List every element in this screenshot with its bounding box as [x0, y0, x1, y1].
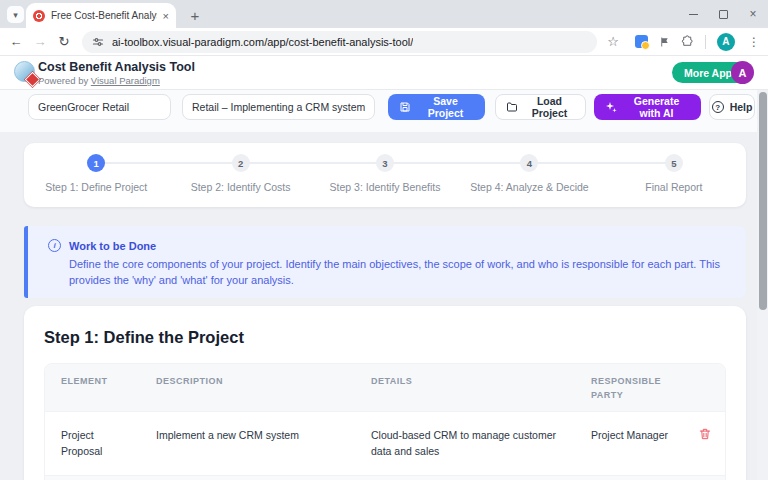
- scrollbar-thumb[interactable]: [759, 92, 767, 310]
- cell-description: Improve customer retention and sales: [140, 476, 355, 480]
- tab-title: Free Cost-Benefit Analysis Edito: [51, 10, 157, 21]
- browser-toolbar: ← → ↻ ai-toolbox.visual-paradigm.com/app…: [0, 28, 768, 56]
- section-heading: Step 1: Define the Project: [44, 328, 726, 347]
- cell-element: Project Proposal: [45, 412, 140, 475]
- column-header-description: Description: [140, 364, 355, 411]
- column-header-element: Element: [45, 364, 140, 411]
- step-5-final-report[interactable]: 5 Final Report: [602, 154, 746, 207]
- back-button[interactable]: ←: [4, 34, 28, 49]
- address-bar[interactable]: ai-toolbox.visual-paradigm.com/app/cost-…: [82, 31, 597, 53]
- define-project-table: Element Description Details Responsible …: [44, 363, 726, 480]
- column-header-responsible-party: Responsible Party: [575, 364, 685, 411]
- generate-with-ai-button[interactable]: Generate with AI: [594, 94, 701, 120]
- cell-party: Project Manager: [575, 412, 685, 475]
- callout-body: Define the core components of your proje…: [69, 257, 732, 289]
- window-minimize-button[interactable]: [678, 0, 708, 28]
- app-title: Cost Benefit Analysis Tool: [38, 60, 195, 74]
- bookmark-star-icon[interactable]: ☆: [607, 34, 619, 49]
- cell-details: Cloud-based CRM to manage customer data …: [355, 412, 575, 475]
- stepper: 1 Step 1: Define Project 2 Step 2: Ident…: [24, 143, 746, 207]
- url-text: ai-toolbox.visual-paradigm.com/app/cost-…: [112, 36, 413, 48]
- forward-button[interactable]: →: [28, 34, 52, 49]
- callout-title: Work to be Done: [69, 240, 156, 252]
- step-label: Final Report: [645, 181, 702, 193]
- toolbar-separator: [705, 35, 706, 49]
- cell-details: Increase retention by 15%, sales by: [355, 476, 575, 480]
- flag-extension-icon[interactable]: [659, 36, 670, 48]
- table-header-row: Element Description Details Responsible …: [45, 364, 725, 411]
- powered-by-text: Powered by Visual Paradigm: [38, 75, 160, 86]
- work-to-be-done-callout: i Work to be Done Define the core compon…: [24, 226, 746, 298]
- new-tab-button[interactable]: +: [184, 4, 206, 26]
- step-circle: 3: [376, 154, 394, 172]
- step-circle: 4: [520, 154, 538, 172]
- user-avatar[interactable]: A: [731, 61, 754, 84]
- help-icon: ?: [712, 101, 724, 113]
- step-label: Step 3: Identify Benefits: [330, 181, 441, 193]
- save-icon: [399, 101, 411, 113]
- visual-paradigm-logo-icon: [14, 61, 38, 85]
- page-content: Save Project Load Project Generate with …: [0, 90, 768, 480]
- cell-party: Sales and: [575, 476, 685, 480]
- tab-close-icon[interactable]: ×: [163, 10, 169, 22]
- app-header: Cost Benefit Analysis Tool Powered by Vi…: [0, 56, 768, 90]
- tab-list-button[interactable]: ▾: [7, 6, 24, 23]
- cell-description: Implement a new CRM system: [140, 412, 355, 475]
- visual-paradigm-link[interactable]: Visual Paradigm: [91, 75, 160, 86]
- extension-icon[interactable]: [635, 35, 648, 48]
- folder-icon: [506, 101, 518, 113]
- table-row: Objective Improve customer retention and…: [45, 475, 725, 480]
- project-name-input[interactable]: [28, 94, 171, 120]
- step-label: Step 4: Analyze & Decide: [470, 181, 589, 193]
- page-scrollbar[interactable]: [757, 90, 768, 480]
- browser-tab[interactable]: Free Cost-Benefit Analysis Edito ×: [26, 3, 176, 28]
- step-circle: 5: [665, 154, 683, 172]
- extensions-puzzle-icon[interactable]: [681, 35, 694, 48]
- step1-card: Step 1: Define the Project Element Descr…: [24, 306, 746, 480]
- maximize-icon: [719, 10, 728, 19]
- site-favicon-icon: [33, 10, 45, 22]
- project-description-input[interactable]: [182, 94, 375, 120]
- load-label: Load Project: [524, 95, 575, 119]
- window-close-button[interactable]: ×: [738, 0, 768, 28]
- site-settings-icon[interactable]: [92, 36, 104, 48]
- window-controls: ×: [678, 0, 768, 28]
- extensions-area: A ⋮: [635, 33, 768, 51]
- table-row: Project Proposal Implement a new CRM sys…: [45, 411, 725, 475]
- powered-prefix: Powered by: [38, 75, 91, 86]
- save-project-button[interactable]: Save Project: [388, 94, 485, 120]
- generate-label: Generate with AI: [623, 95, 690, 119]
- cell-element: Objective: [45, 476, 140, 480]
- chevron-down-icon: ▾: [13, 10, 18, 20]
- minimize-icon: [689, 14, 698, 15]
- sparkles-icon: [605, 101, 617, 113]
- step-circle: 2: [232, 154, 250, 172]
- reload-button[interactable]: ↻: [52, 34, 76, 49]
- step-circle: 1: [87, 154, 105, 172]
- load-project-button[interactable]: Load Project: [495, 94, 586, 120]
- help-label: Help: [730, 101, 753, 113]
- step-label: Step 2: Identify Costs: [191, 181, 291, 193]
- step-label: Step 1: Define Project: [45, 181, 147, 193]
- save-label: Save Project: [417, 95, 474, 119]
- browser-profile-avatar[interactable]: A: [717, 33, 735, 51]
- help-button[interactable]: ? Help: [709, 94, 755, 120]
- column-header-actions: [685, 364, 725, 411]
- delete-row-button[interactable]: [698, 427, 712, 475]
- window-maximize-button[interactable]: [708, 0, 738, 28]
- browser-menu-icon[interactable]: ⋮: [748, 35, 760, 49]
- info-icon: i: [48, 239, 61, 252]
- browser-tab-strip: ▾ Free Cost-Benefit Analysis Edito × + ×: [0, 0, 768, 28]
- column-header-details: Details: [355, 364, 575, 411]
